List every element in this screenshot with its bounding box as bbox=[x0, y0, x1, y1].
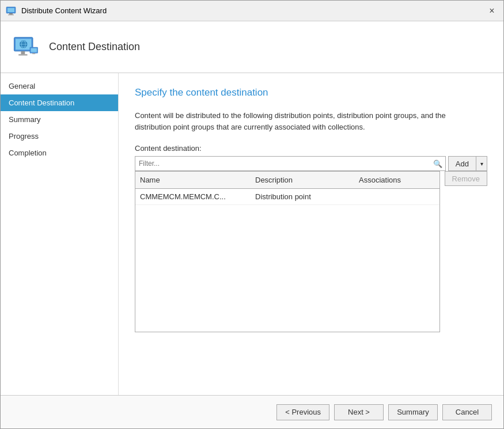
close-button[interactable]: × bbox=[485, 4, 499, 18]
svg-rect-6 bbox=[21, 51, 25, 54]
sidebar-item-content-destination[interactable]: Content Destination bbox=[1, 94, 118, 111]
sidebar-item-summary[interactable]: Summary bbox=[1, 111, 118, 128]
sidebar-item-progress[interactable]: Progress bbox=[1, 128, 118, 145]
table-body: CMMEMCM.MEMCM.C... Distribution point bbox=[135, 189, 439, 332]
content-area: General Content Destination Summary Prog… bbox=[1, 73, 503, 395]
main-panel: Specify the content destination Content … bbox=[119, 73, 503, 395]
header-title: Content Destination bbox=[49, 41, 140, 53]
window-title: Distribute Content Wizard bbox=[21, 6, 485, 15]
table-header: Name Description Associations bbox=[135, 172, 439, 189]
search-icon: 🔍 bbox=[433, 160, 442, 168]
sidebar: General Content Destination Summary Prog… bbox=[1, 73, 119, 395]
cell-description: Distribution point bbox=[251, 191, 354, 203]
content-destination-label: Content destination: bbox=[135, 144, 487, 153]
header-area: Content Destination bbox=[1, 21, 503, 73]
cancel-button[interactable]: Cancel bbox=[442, 404, 492, 420]
cell-associations bbox=[354, 191, 439, 203]
col-header-name: Name bbox=[135, 174, 251, 186]
next-button[interactable]: Next > bbox=[334, 404, 384, 420]
list-and-buttons: Name Description Associations CMMEMCM.ME… bbox=[135, 171, 487, 332]
add-dropdown-arrow-icon[interactable]: ▾ bbox=[476, 156, 487, 171]
table-area: Name Description Associations CMMEMCM.ME… bbox=[135, 171, 440, 332]
add-button-wrapper: Add ▾ bbox=[448, 156, 487, 171]
filter-add-row: 🔍 Add ▾ bbox=[135, 156, 487, 171]
title-bar: Distribute Content Wizard × bbox=[1, 1, 503, 21]
filter-input[interactable] bbox=[135, 156, 446, 171]
col-header-associations: Associations bbox=[354, 174, 439, 186]
summary-button[interactable]: Summary bbox=[388, 404, 438, 420]
wizard-window: Distribute Content Wizard × bbox=[0, 0, 504, 429]
cell-name: CMMEMCM.MEMCM.C... bbox=[135, 191, 251, 203]
svg-rect-3 bbox=[8, 14, 14, 16]
svg-rect-14 bbox=[31, 48, 37, 52]
list-column: Name Description Associations CMMEMCM.ME… bbox=[135, 171, 440, 332]
svg-rect-7 bbox=[18, 54, 27, 56]
add-button[interactable]: Add bbox=[448, 156, 476, 171]
window-icon bbox=[5, 5, 17, 17]
filter-input-wrapper: 🔍 bbox=[135, 156, 446, 171]
svg-rect-15 bbox=[32, 53, 35, 54]
sidebar-item-completion[interactable]: Completion bbox=[1, 145, 118, 161]
table-row[interactable]: CMMEMCM.MEMCM.C... Distribution point bbox=[135, 189, 439, 205]
header-icon bbox=[12, 33, 40, 61]
svg-rect-2 bbox=[9, 13, 13, 14]
footer: < Previous Next > Summary Cancel bbox=[1, 395, 503, 428]
previous-button[interactable]: < Previous bbox=[276, 404, 329, 420]
remove-button[interactable]: Remove bbox=[445, 171, 487, 186]
sidebar-item-general[interactable]: General bbox=[1, 78, 118, 94]
svg-rect-1 bbox=[7, 8, 14, 12]
right-buttons: Remove bbox=[445, 171, 487, 332]
page-title: Specify the content destination bbox=[135, 87, 487, 98]
description-text: Content will be distributed to the follo… bbox=[135, 110, 480, 132]
col-header-description: Description bbox=[251, 174, 354, 186]
